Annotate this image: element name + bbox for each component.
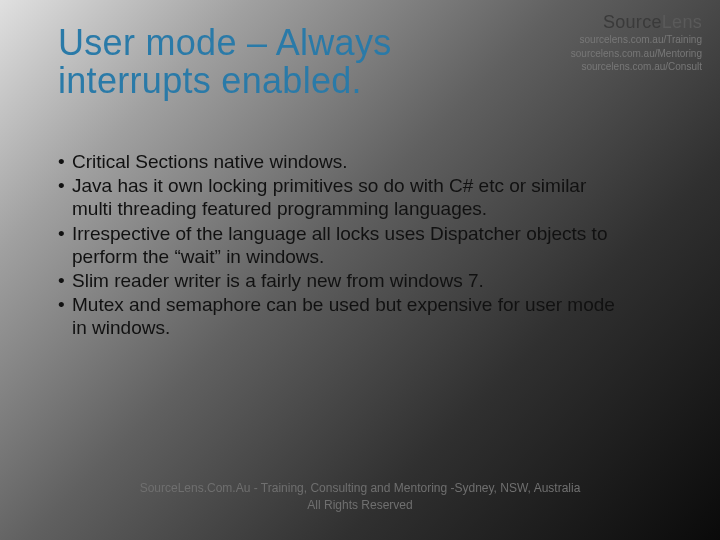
list-item: •Irrespective of the language all locks … (58, 222, 618, 268)
bullet-text: Critical Sections native windows. (72, 150, 618, 173)
brand-logo-sub: Lens (662, 12, 702, 32)
bullet-icon: • (58, 222, 72, 268)
brand-logo: SourceLens (571, 12, 702, 33)
bullet-icon: • (58, 150, 72, 173)
bullet-text: Mutex and semaphore can be used but expe… (72, 293, 618, 339)
brand-link-consult: sourcelens.com.au/Consult (571, 60, 702, 74)
bullet-text: Java has it own locking primitives so do… (72, 174, 618, 220)
brand-link-mentoring: sourcelens.com.au/Mentoring (571, 47, 702, 61)
list-item: •Mutex and semaphore can be used but exp… (58, 293, 618, 339)
bullet-list: •Critical Sections native windows. •Java… (58, 150, 618, 340)
slide-footer: SourceLens.Com.Au - Training, Consulting… (0, 480, 720, 514)
list-item: •Java has it own locking primitives so d… (58, 174, 618, 220)
footer-line-2: All Rights Reserved (0, 497, 720, 514)
bullet-icon: • (58, 293, 72, 339)
list-item: •Slim reader writer is a fairly new from… (58, 269, 618, 292)
bullet-icon: • (58, 174, 72, 220)
brand-link-training: sourcelens.com.au/Training (571, 33, 702, 47)
bullet-text: Slim reader writer is a fairly new from … (72, 269, 618, 292)
bullet-icon: • (58, 269, 72, 292)
bullet-text: Irrespective of the language all locks u… (72, 222, 618, 268)
slide-title: User mode – Always interrupts enabled. (58, 24, 538, 100)
brand-logo-main: Source (603, 12, 662, 32)
brand-block: SourceLens sourcelens.com.au/Training so… (571, 12, 702, 74)
list-item: •Critical Sections native windows. (58, 150, 618, 173)
footer-line-1: SourceLens.Com.Au - Training, Consulting… (0, 480, 720, 497)
